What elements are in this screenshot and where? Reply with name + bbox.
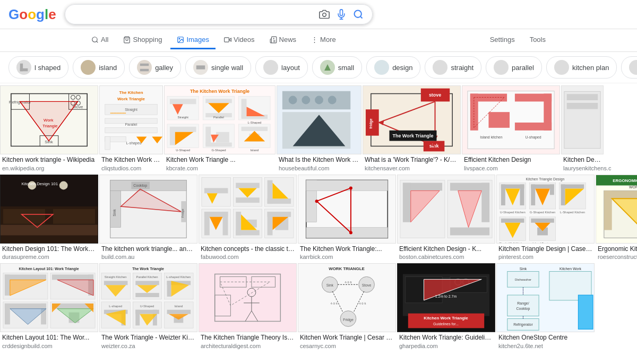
svg-text:Work Triangle: Work Triangle	[117, 97, 145, 101]
chip-parallel-thumb	[494, 60, 509, 75]
camera-search-icon[interactable]	[319, 9, 330, 20]
chip-island[interactable]: island	[73, 56, 125, 79]
tab-videos-label: Videos	[234, 36, 255, 44]
result-cabinetcures[interactable]: Efficient Kitchen Design - K... boston.c…	[397, 175, 495, 263]
result-weizter-source: weizter.co.za	[99, 343, 197, 351]
svg-rect-190	[531, 184, 535, 205]
result-durasupreme[interactable]: Kitchen Design 101 Kitchen Design 101: T…	[0, 175, 98, 263]
chip-small[interactable]: small	[312, 56, 362, 79]
tab-shopping-label: Shopping	[133, 36, 162, 44]
svg-text:U-Shaped: U-Shaped	[140, 305, 154, 308]
tab-videos[interactable]: Videos	[218, 31, 261, 49]
image-row-2: Kitchen Design 101 Kitchen Design 101: T…	[0, 175, 637, 263]
result-laurysenkitchens[interactable]: Kitchen Design 1... laurysenkitchens.c	[561, 85, 604, 174]
svg-point-118	[59, 181, 68, 189]
chip-single-wall[interactable]: single wall	[185, 56, 251, 79]
tab-all[interactable]: All	[85, 31, 115, 49]
result-roeserconstruction[interactable]: ERGONOMIC KITCHEN DESIGN WORK TRIANGLE 4…	[596, 175, 637, 263]
svg-rect-158	[268, 212, 273, 236]
filter-chips-row: l shaped island galley single wall layou…	[0, 52, 637, 83]
chip-shape[interactable]: shape	[621, 56, 637, 79]
chip-kitchen-plan-label: kitchen plan	[572, 64, 609, 72]
result-durasupreme-source: durasupreme.com	[0, 254, 98, 262]
svg-point-82	[328, 96, 337, 105]
svg-rect-69	[216, 132, 229, 143]
result-pinterest-title: Kitchen Triangle Design | Case San Jose …	[496, 244, 595, 254]
chip-parallel[interactable]: parallel	[486, 56, 542, 79]
svg-text:U-Shaped: U-Shaped	[176, 149, 190, 152]
svg-text:1.2m to 2.7m: 1.2m to 2.7m	[435, 294, 457, 298]
result-kitchen2u[interactable]: Sink Dishwasher Kitchen Work Triangles R…	[496, 263, 595, 351]
svg-rect-129	[110, 190, 121, 227]
chip-straight[interactable]: straight	[425, 56, 481, 79]
result-cliqstudios[interactable]: The Kitchen Work Triangle Straight Paral…	[99, 85, 163, 174]
svg-text:The Kitchen Work Triangle: The Kitchen Work Triangle	[190, 89, 249, 94]
svg-text:Straight: Straight	[177, 116, 188, 119]
result-kitchen2u-title: Kitchen OneStop Centre	[496, 332, 595, 343]
result-gharpedia[interactable]: 1.2m to 2.7m Kitchen Work Triangle Guide…	[397, 263, 495, 351]
svg-rect-11	[20, 68, 28, 72]
chip-l-shaped[interactable]: l shaped	[8, 56, 68, 79]
svg-text:4-9 ft: 4-9 ft	[331, 302, 338, 305]
voice-search-icon[interactable]	[336, 9, 347, 20]
result-buildau[interactable]: Cooktop Sink Fridge The kitchen work tri…	[99, 175, 197, 263]
result-roeserconstruction-source: roeserconstruction.com	[596, 254, 637, 262]
result-crddesignbuild[interactable]: Kitchen Layout 101: Work Triangle	[0, 263, 98, 351]
tab-settings[interactable]: Settings	[484, 31, 521, 49]
result-laurysenkitchens-source: laurysenkitchens.c	[561, 165, 604, 174]
svg-rect-113	[567, 94, 598, 100]
result-architecturaldigest[interactable]: The Kitchen Triangle Theory Is STILL ...…	[199, 263, 297, 351]
svg-text:Straight Kitchen: Straight Kitchen	[105, 276, 127, 279]
result-kbcrate[interactable]: The Kitchen Work Triangle Straight	[164, 85, 276, 174]
svg-text:Kitchen Design 101: Kitchen Design 101	[22, 181, 58, 186]
chip-kitchen-plan[interactable]: kitchen plan	[546, 56, 617, 79]
svg-point-2	[92, 37, 97, 41]
svg-text:Parallel: Parallel	[125, 123, 137, 126]
tab-shopping[interactable]: Shopping	[117, 31, 168, 49]
search-submit-icon[interactable]	[353, 9, 364, 20]
chip-layout[interactable]: layout	[255, 56, 308, 79]
result-housebeautiful-title: What Is the Kitchen Work Triangle ...	[277, 154, 361, 165]
result-housebeautiful[interactable]: What Is the Kitchen Work Triangle ... ho…	[277, 85, 361, 174]
result-livspace[interactable]: Island kitchen U-shaped Efficient Kitche…	[462, 85, 560, 174]
search-input[interactable]: kitchen work triangle	[74, 10, 319, 19]
chip-galley-label: galley	[155, 64, 173, 72]
result-kitchensaver[interactable]: stove fridge sink The Work	[363, 85, 461, 174]
result-pinterest[interactable]: Kitchen Triangle Design U-Shaped Kitchen	[496, 175, 595, 263]
svg-rect-63	[170, 127, 196, 132]
result-wikipedia[interactable]: Refrigerator Stove Sink Work Triangle	[0, 85, 98, 174]
tab-more[interactable]: ⋮ More	[305, 31, 342, 49]
svg-rect-7	[225, 37, 229, 41]
svg-rect-229	[5, 304, 46, 309]
svg-rect-221	[5, 275, 46, 280]
tab-images[interactable]: Images	[170, 31, 216, 49]
chip-kitchen-plan-thumb	[554, 60, 569, 75]
svg-text:The Kitchen: The Kitchen	[119, 90, 143, 95]
tab-tools[interactable]: Tools	[523, 31, 552, 49]
svg-rect-263	[135, 310, 140, 326]
chip-design-thumb	[374, 60, 389, 75]
chip-parallel-label: parallel	[512, 64, 534, 72]
svg-text:Kitchen Work: Kitchen Work	[559, 267, 581, 271]
result-fabuwood[interactable]: Kitchen concepts - the classic triangle …	[199, 175, 297, 263]
svg-point-79	[289, 96, 297, 105]
search-bar: kitchen work triangle	[65, 4, 373, 24]
svg-point-167	[315, 200, 318, 203]
svg-rect-48	[170, 99, 196, 104]
chip-galley-thumb	[137, 60, 152, 75]
svg-text:Guidelines for...: Guidelines for...	[433, 323, 459, 326]
svg-point-168	[349, 186, 352, 189]
result-fabuwood-title: Kitchen concepts - the classic triangle	[199, 244, 297, 254]
svg-rect-104	[488, 112, 510, 128]
svg-text:Parallel: Parallel	[213, 116, 224, 119]
result-cesarnyc[interactable]: WORK TRIANGLE Sink Stove Fridge 4-9 ft 4…	[298, 263, 396, 351]
svg-rect-253	[167, 281, 171, 297]
chip-galley[interactable]: galley	[129, 56, 181, 79]
result-karrbick[interactable]: The Kitchen Work Triangle:... karrbick.c…	[298, 175, 396, 263]
result-weizter[interactable]: The Work Triangle Straight Kitchen Paral…	[99, 263, 197, 351]
tab-news[interactable]: News	[263, 31, 303, 49]
svg-rect-248	[135, 293, 159, 297]
chip-design[interactable]: design	[366, 56, 420, 79]
svg-text:Island kitchen: Island kitchen	[480, 135, 502, 139]
svg-text:Parallel Kitchen: Parallel Kitchen	[136, 276, 158, 279]
